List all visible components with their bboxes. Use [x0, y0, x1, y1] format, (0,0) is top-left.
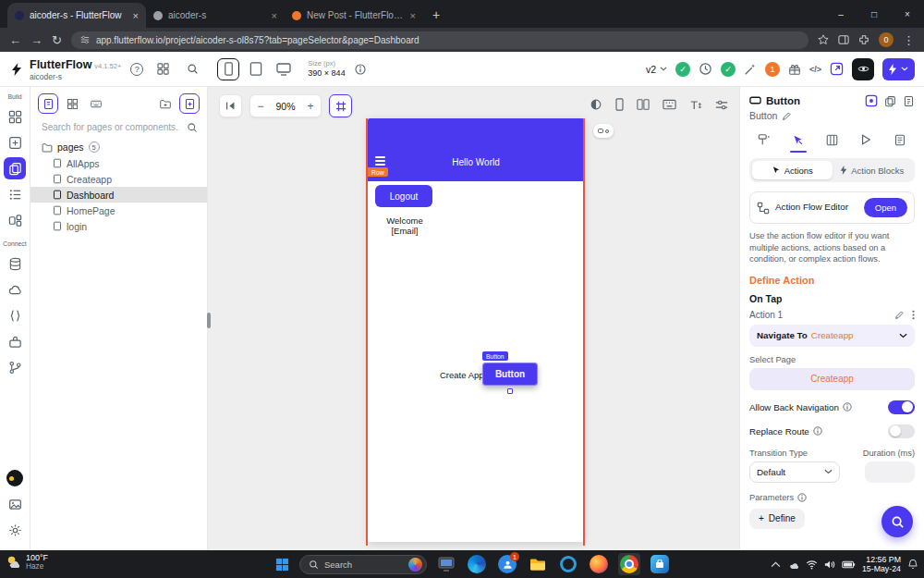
add-folder-button[interactable]: [155, 93, 176, 114]
pages-folder[interactable]: pages 5: [30, 139, 207, 155]
nav-cloud-functions-icon[interactable]: [4, 278, 26, 301]
desktop-preview-toggle[interactable]: [273, 58, 295, 80]
info-icon[interactable]: [843, 402, 852, 412]
define-parameters-button[interactable]: + Define: [749, 509, 805, 529]
docs-icon[interactable]: [903, 95, 915, 107]
window-maximize-button[interactable]: □: [857, 0, 891, 28]
display-settings-icon[interactable]: [715, 99, 728, 111]
tablet-preview-toggle[interactable]: [245, 58, 267, 80]
browser-profile-avatar[interactable]: 0: [879, 32, 894, 47]
taskbar-app-chat[interactable]: 1: [498, 555, 517, 573]
taskbar-app-explorer[interactable]: [529, 555, 547, 573]
nav-dashboard-icon[interactable]: [4, 105, 26, 128]
flows-view-button[interactable]: [86, 93, 106, 114]
components-view-button[interactable]: [62, 93, 82, 114]
pages-search-input[interactable]: [40, 121, 181, 133]
logout-button-widget[interactable]: Logout: [375, 185, 432, 207]
create-app-text-widget[interactable]: Create App: [440, 370, 484, 380]
help-icon[interactable]: ?: [130, 63, 143, 76]
phone-preview-toggle[interactable]: [217, 58, 239, 80]
info-icon[interactable]: [797, 493, 807, 502]
tab-docs-icon[interactable]: [889, 130, 911, 149]
notification-bell-icon[interactable]: [907, 559, 918, 570]
command-palette-icon[interactable]: [152, 59, 173, 80]
nav-api-icon[interactable]: [4, 304, 26, 326]
sync-clock-icon[interactable]: [699, 62, 712, 76]
panel-resize-handle[interactable]: [207, 313, 211, 328]
address-bar[interactable]: app.flutterflow.io/project/aicoder-s-ol8…: [71, 31, 808, 49]
tray-expand-icon[interactable]: [771, 561, 781, 568]
nav-widget-tree-icon[interactable]: [4, 183, 26, 205]
search-icon[interactable]: [182, 59, 202, 80]
tab-actions[interactable]: Actions: [752, 161, 833, 179]
collapse-panel-button[interactable]: [219, 94, 242, 117]
taskbar-search[interactable]: Search: [299, 555, 427, 574]
nav-branch-icon[interactable]: [4, 356, 26, 378]
gift-icon[interactable]: [788, 63, 801, 76]
magic-wand-icon[interactable]: [744, 63, 757, 76]
info-icon[interactable]: [813, 426, 822, 436]
tab-actions-icon[interactable]: [787, 130, 809, 149]
assistant-fab[interactable]: [881, 506, 913, 537]
nav-integrations-icon[interactable]: [4, 330, 26, 352]
tab-test-icon[interactable]: [855, 130, 877, 149]
phone-preview-frame[interactable]: Hello World Row Logout Welcome [Email] C…: [368, 118, 584, 542]
start-button[interactable]: [273, 555, 291, 573]
action-menu-icon[interactable]: [912, 310, 915, 320]
taskbar-clock[interactable]: 12:56 PM 15-May-24: [862, 555, 901, 573]
taskbar-app-chrome[interactable]: [620, 555, 638, 573]
site-info-icon[interactable]: [80, 35, 90, 44]
rename-pencil-icon[interactable]: [782, 111, 792, 121]
nav-storyboard-icon[interactable]: [4, 209, 26, 231]
nav-page-selector-icon[interactable]: [4, 157, 26, 179]
reload-button[interactable]: ↻: [52, 34, 62, 46]
weather-widget[interactable]: 100°F Haze: [6, 553, 48, 571]
device-phone-icon[interactable]: [615, 98, 624, 111]
share-project-icon[interactable]: [830, 62, 844, 76]
browser-tab-3[interactable]: New Post - FlutterFlow Commu... ×: [285, 3, 423, 28]
taskbar-app-firefox[interactable]: [590, 555, 608, 573]
deploy-button[interactable]: [882, 58, 915, 80]
zoom-out-button[interactable]: −: [250, 100, 271, 113]
edit-action-icon[interactable]: [894, 310, 905, 320]
text-scale-icon[interactable]: [689, 99, 702, 111]
open-flow-editor-button[interactable]: Open: [864, 198, 907, 217]
allow-back-toggle[interactable]: [888, 400, 915, 414]
tab-action-blocks[interactable]: Action Blocks: [833, 161, 913, 179]
custom-code-icon[interactable]: </>: [809, 65, 821, 74]
duration-input[interactable]: [865, 461, 915, 483]
onedrive-icon[interactable]: [787, 560, 799, 569]
search-icon[interactable]: [187, 122, 198, 133]
window-close-button[interactable]: ×: [891, 0, 924, 28]
welcome-text-widget[interactable]: Welcome [Email]: [375, 216, 434, 236]
page-item-allapps[interactable]: AllApps: [30, 155, 207, 171]
close-tab-icon[interactable]: ×: [410, 10, 416, 21]
battery-icon[interactable]: [842, 560, 856, 569]
taskbar-app-edge[interactable]: [468, 555, 486, 573]
selected-button-widget[interactable]: Button: [482, 363, 538, 386]
nav-database-icon[interactable]: [4, 252, 26, 275]
tab-layout-icon[interactable]: [821, 130, 844, 149]
forward-button[interactable]: →: [30, 34, 43, 46]
window-minimize-button[interactable]: –: [824, 0, 857, 28]
selection-handle[interactable]: [507, 388, 513, 394]
action-type-dropdown[interactable]: Navigate To Createapp: [749, 325, 915, 347]
page-item-login[interactable]: login: [30, 218, 207, 234]
taskbar-app-skype[interactable]: [560, 556, 577, 572]
extensions-icon[interactable]: [858, 34, 869, 45]
tab-properties-icon[interactable]: [753, 130, 775, 149]
browser-menu-icon[interactable]: ⋮: [903, 34, 915, 46]
canvas-theme-icon[interactable]: [590, 98, 602, 111]
add-page-button[interactable]: [179, 93, 200, 114]
ta skbar-app-store[interactable]: [650, 555, 669, 573]
appbar-widget[interactable]: Hello World Row: [368, 118, 584, 181]
back-button[interactable]: ←: [9, 34, 21, 46]
fit-to-screen-button[interactable]: [329, 94, 352, 117]
page-item-dashboard[interactable]: Dashboard: [30, 187, 207, 203]
nav-add-widget-icon[interactable]: [4, 131, 26, 154]
notification-badge[interactable]: 1: [765, 62, 780, 77]
device-fold-icon[interactable]: [637, 98, 650, 111]
keyboard-icon[interactable]: [663, 99, 676, 110]
close-tab-icon[interactable]: ×: [133, 10, 139, 21]
transition-type-select[interactable]: Default: [749, 461, 840, 483]
